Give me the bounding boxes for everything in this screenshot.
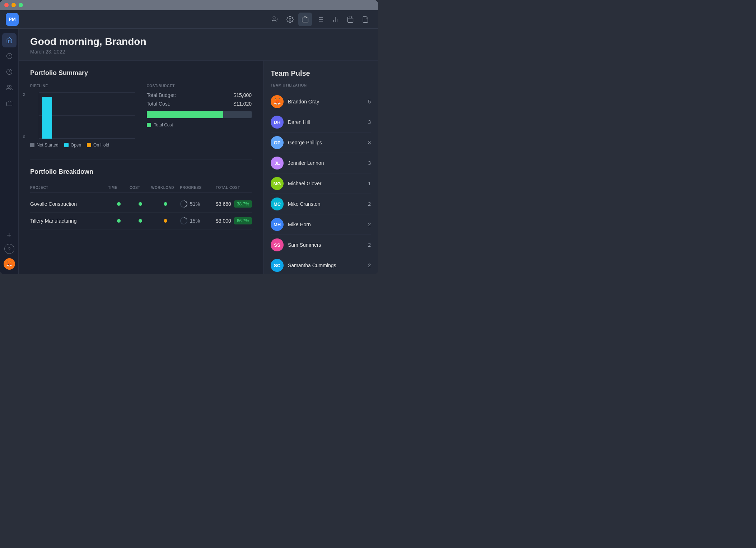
svg-point-0 (273, 17, 275, 19)
team-member[interactable]: DH Daren Hill 3 (271, 112, 371, 133)
col-project: PROJECT (30, 186, 108, 190)
member-name: Michael Glover (288, 181, 364, 186)
pm-logo[interactable]: PM (6, 13, 19, 26)
top-nav: PM (0, 10, 378, 29)
time-status (108, 219, 130, 223)
member-avatar: MG (271, 177, 284, 190)
team-member[interactable]: 🦊 Brandon Gray 5 (271, 92, 371, 112)
member-name: Daren Hill (288, 119, 364, 125)
maximize-button[interactable] (19, 3, 23, 7)
portfolio-breakdown-section: Portfolio Breakdown PROJECT TIME COST WO… (30, 168, 252, 229)
settings-nav-button[interactable] (283, 13, 297, 26)
total-budget-row: Total Budget: $15,000 (147, 92, 252, 98)
chart-legend: Not Started Open On Hold (30, 143, 135, 148)
member-count: 3 (368, 160, 371, 166)
sidebar-item-home[interactable] (2, 33, 17, 47)
cost-dot (139, 219, 142, 223)
member-avatar: GP (271, 136, 284, 149)
portfolio-breakdown-title: Portfolio Breakdown (30, 168, 252, 176)
top-nav-left: PM (6, 13, 19, 26)
member-avatar: 🦊 (271, 95, 284, 108)
sidebar: + ? 🦊 (0, 29, 19, 274)
pipeline-chart: PIPELINE 2 0 (30, 84, 135, 148)
progress-ring (180, 200, 188, 208)
team-member[interactable]: GP George Phillips 3 (271, 133, 371, 153)
member-count: 1 (368, 181, 371, 186)
team-member[interactable]: MG Michael Glover 1 (271, 173, 371, 194)
workload-status (151, 219, 180, 223)
page-header: Good morning, Brandon March 23, 2022 (19, 29, 378, 61)
team-member[interactable]: MC Mike Cranston 2 (271, 194, 371, 214)
progress-cell: 51% (180, 200, 216, 208)
sidebar-help-button[interactable]: ? (4, 244, 14, 254)
calendar-nav-button[interactable] (344, 13, 357, 26)
total-cost-row: Total Cost: $11,020 (147, 101, 252, 107)
user-avatar[interactable]: 🦊 (4, 258, 15, 270)
time-dot (117, 219, 121, 223)
member-count: 2 (368, 222, 371, 227)
cost-status (130, 202, 151, 206)
cost-badge: 38.7% (234, 200, 252, 208)
bar-chart (39, 92, 135, 139)
sidebar-item-clock[interactable] (2, 65, 17, 79)
portfolio-summary-title: Portfolio Summary (30, 69, 252, 77)
col-total-cost: TOTAL COST (216, 186, 252, 190)
workload-dot (164, 219, 167, 223)
budget-legend-dot (147, 123, 151, 127)
member-avatar: JL (271, 157, 284, 169)
member-avatar: SC (271, 259, 284, 272)
cost-dot (139, 202, 142, 206)
table-row[interactable]: Govalle Construction (30, 196, 252, 213)
total-cost-cell: $3,000 66.7% (216, 217, 252, 224)
project-name: Tillery Manufacturing (30, 218, 108, 224)
team-member[interactable]: MH Mike Horn 2 (271, 214, 371, 235)
cost-badge: 66.7% (234, 217, 252, 224)
col-progress: PROGRESS (180, 186, 216, 190)
team-member[interactable]: SS Sam Summers 2 (271, 235, 371, 255)
member-name: Samantha Cummings (288, 263, 364, 268)
chart-grid (39, 92, 135, 139)
main-panel: Portfolio Summary PIPELINE 2 0 (19, 61, 263, 274)
member-avatar: SS (271, 238, 284, 251)
minimize-button[interactable] (11, 3, 16, 7)
member-count: 2 (368, 263, 371, 268)
grid-line (39, 92, 135, 93)
member-avatar: MH (271, 218, 284, 231)
svg-rect-23 (6, 102, 12, 106)
list-nav-button[interactable] (313, 13, 327, 26)
col-workload: WORKLOAD (151, 186, 180, 190)
grid-line (39, 138, 135, 139)
time-dot (117, 202, 121, 206)
chart-nav-button[interactable] (328, 13, 342, 26)
member-count: 3 (368, 119, 371, 125)
on-hold-dot (87, 143, 91, 147)
team-add-nav-button[interactable] (268, 13, 282, 26)
content-area: Good morning, Brandon March 23, 2022 Por… (19, 29, 378, 274)
sidebar-item-work[interactable] (2, 96, 17, 111)
svg-rect-4 (302, 18, 308, 22)
budget-bar-fill (147, 111, 224, 118)
total-cost-value: $11,020 (233, 101, 252, 107)
y-axis-labels: 2 0 (23, 92, 25, 139)
budget-legend: Total Cost (147, 122, 252, 127)
table-row[interactable]: Tillery Manufacturing (30, 213, 252, 229)
sidebar-add-button[interactable]: + (2, 228, 17, 242)
sidebar-item-people[interactable] (2, 80, 17, 95)
grid-line (39, 115, 135, 116)
total-cost-label: Total Cost: (147, 101, 171, 107)
briefcase-nav-button[interactable] (298, 13, 312, 26)
total-budget-value: $15,000 (233, 92, 252, 98)
section-divider (30, 159, 252, 159)
member-name: Mike Cranston (288, 201, 364, 207)
legend-open: Open (64, 143, 81, 148)
team-utilization-label: TEAM UTILIZATION (271, 83, 371, 87)
team-member[interactable]: JL Jennifer Lennon 3 (271, 153, 371, 173)
sidebar-item-notifications[interactable] (2, 49, 17, 63)
portfolio-summary-section: Portfolio Summary PIPELINE 2 0 (30, 69, 252, 148)
cost-status (130, 219, 151, 223)
summary-grid: PIPELINE 2 0 (30, 84, 252, 148)
doc-nav-button[interactable] (359, 13, 372, 26)
close-button[interactable] (4, 3, 9, 7)
team-member[interactable]: SC Samantha Cummings 2 (271, 255, 371, 274)
svg-point-22 (7, 85, 9, 87)
